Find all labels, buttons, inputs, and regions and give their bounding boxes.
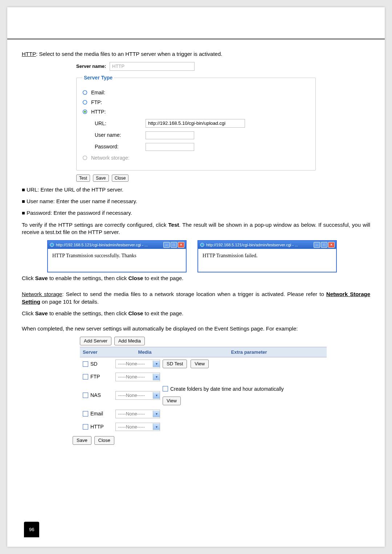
svg-point-6 <box>200 243 204 247</box>
media-select-ftp[interactable]: -----None----- ▾ <box>115 373 160 381</box>
event-settings-table: Add Server Add Media Server Media Extra … <box>73 337 327 444</box>
close-icon[interactable]: × <box>328 242 335 248</box>
server-name-input[interactable]: HTTP <box>110 62 195 71</box>
ie-icon <box>200 242 205 247</box>
checkbox-sd[interactable] <box>83 361 88 367</box>
chevron-down-icon: ▾ <box>153 411 160 417</box>
password-input[interactable] <box>146 143 194 151</box>
media-select-sd[interactable]: -----None----- ▾ <box>115 360 160 368</box>
popup-fail: http://192.168.5.121/cgi-bin/admin/tests… <box>197 240 337 272</box>
save-button[interactable]: Save <box>73 436 91 445</box>
close-button[interactable]: Close <box>94 436 114 445</box>
verify-paragraph: To verify if the HTTP settings are corre… <box>22 221 370 236</box>
table-row-http: HTTP -----None----- ▾ <box>80 420 327 434</box>
svg-point-0 <box>83 90 87 94</box>
server-name-row: Server name: HTTP <box>76 62 316 71</box>
radio-email[interactable]: Email: <box>82 89 310 96</box>
password-field: Password: <box>95 143 310 151</box>
checkbox-nas[interactable] <box>83 393 88 398</box>
table-header: Server Media Extra parameter <box>80 347 327 358</box>
bullet-url: ■ URL: Enter the URL of the HTTP server. <box>22 186 370 193</box>
ie-icon <box>49 242 54 247</box>
test-button[interactable]: Test <box>76 175 90 182</box>
svg-point-3 <box>84 111 86 113</box>
checkbox-http[interactable] <box>83 424 88 430</box>
minimize-icon[interactable]: – <box>163 242 170 248</box>
server-name-label: Server name: <box>76 63 106 69</box>
radio-http[interactable]: HTTP: <box>82 108 310 115</box>
close-icon[interactable]: × <box>178 242 184 248</box>
server-panel: Server name: HTTP Server Type Email: FTP… <box>76 62 316 171</box>
server-type-legend: Server Type <box>82 74 114 81</box>
popup-row: http://192.168.5.121/cgi-bin/admin/tests… <box>47 240 370 272</box>
svg-point-4 <box>83 156 87 160</box>
url-field: URL: http://192.168.5.10/cgi-bin/upload.… <box>95 119 310 128</box>
panel-buttons: Test Save Close <box>76 174 370 182</box>
view-button[interactable]: View <box>191 360 209 368</box>
media-select-http[interactable]: -----None----- ▾ <box>115 423 160 431</box>
username-input[interactable] <box>146 131 194 139</box>
save-button[interactable]: Save <box>93 175 109 182</box>
radio-ftp[interactable]: FTP: <box>82 99 310 106</box>
sd-test-button[interactable]: SD Test <box>163 360 187 368</box>
radio-network-storage[interactable]: Network storage: <box>82 155 310 161</box>
chevron-down-icon: ▾ <box>153 374 160 380</box>
bullet-user: ■ User name: Enter the user name if nece… <box>22 198 370 205</box>
page-content: HTTP: Select to send the media files to … <box>7 40 385 459</box>
table-row-sd: SD -----None----- ▾ SD Test View <box>80 357 327 370</box>
http-intro: HTTP: Select to send the media files to … <box>22 50 370 58</box>
chevron-down-icon: ▾ <box>153 423 160 430</box>
table-row-nas: NAS -----None----- ▾ Create folders by d… <box>80 383 327 407</box>
chevron-down-icon: ▾ <box>153 392 160 399</box>
after-popup-2: Click Save to enable the settings, then … <box>22 310 370 317</box>
url-input[interactable]: http://192.168.5.10/cgi-bin/upload.cgi <box>146 119 245 128</box>
after-popup-1: Click Save to enable the settings, then … <box>22 275 370 282</box>
bullet-pass: ■ Password: Enter the password if necess… <box>22 209 370 217</box>
minimize-icon[interactable]: – <box>314 242 320 248</box>
add-server-button[interactable]: Add Server <box>80 337 111 345</box>
view-button[interactable]: View <box>163 397 181 405</box>
page-number: 96 <box>24 522 39 537</box>
media-select-email[interactable]: -----None----- ▾ <box>115 410 160 418</box>
page-header-band <box>7 7 385 40</box>
popup-body: HTTP Transmission failed. <box>198 249 336 272</box>
document-page: HTTP: Select to send the media files to … <box>7 7 385 547</box>
popup-success: http://192.168.5.121/cgi-bin/admin/tests… <box>47 240 187 272</box>
username-field: User name: <box>95 131 310 139</box>
popup-body: HTTP Transmission successfully. Thanks <box>48 249 186 272</box>
popup-titlebar: http://192.168.5.121/cgi-bin/admin/tests… <box>48 241 186 249</box>
table-row-email: Email -----None----- ▾ <box>80 407 327 420</box>
maximize-icon[interactable]: □ <box>171 242 177 248</box>
svg-point-1 <box>83 100 87 104</box>
http-subfields: URL: http://192.168.5.10/cgi-bin/upload.… <box>95 119 310 151</box>
add-media-button[interactable]: Add Media <box>114 337 145 345</box>
network-storage-paragraph: Network storage: Select to send the medi… <box>22 291 370 305</box>
table-row-ftp: FTP -----None----- ▾ <box>80 370 327 383</box>
server-type-fieldset: Server Type Email: FTP: HTTP: URL: ht <box>76 74 316 171</box>
popup-titlebar: http://192.168.5.121/cgi-bin/admin/tests… <box>198 241 336 249</box>
chevron-down-icon: ▾ <box>153 361 160 367</box>
maximize-icon[interactable]: □ <box>321 242 327 248</box>
media-select-nas[interactable]: -----None----- ▾ <box>115 391 160 400</box>
close-button[interactable]: Close <box>112 175 129 182</box>
svg-point-5 <box>50 243 54 247</box>
checkbox-ftp[interactable] <box>83 374 88 379</box>
completed-paragraph: When completed, the new server settings … <box>22 325 370 332</box>
checkbox-auto-folders[interactable] <box>163 386 168 391</box>
checkbox-email[interactable] <box>83 411 88 416</box>
